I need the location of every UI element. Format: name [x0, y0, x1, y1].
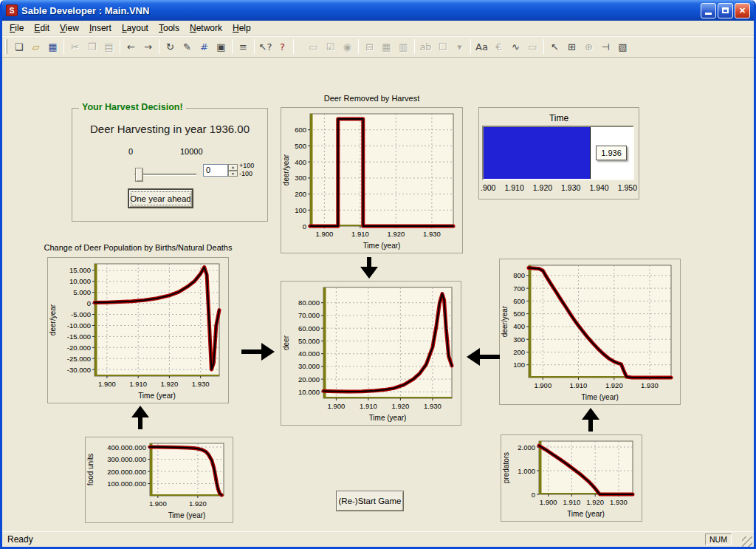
svg-text:-20.000: -20.000: [67, 344, 91, 352]
cells-control-icon: ▥: [395, 38, 412, 55]
toolbar-separator: [232, 39, 233, 54]
svg-text:1.900: 1.900: [534, 381, 551, 389]
save-icon[interactable]: ▦: [44, 38, 61, 55]
svg-text:deer/year: deer/year: [49, 304, 57, 335]
context-help-icon[interactable]: ↖?: [257, 38, 274, 55]
time-tick-label: .900: [481, 183, 495, 192]
svg-text:50.000: 50.000: [298, 337, 320, 345]
arrow-births-to-deer-icon: [241, 342, 275, 361]
menu-help[interactable]: Help: [227, 21, 256, 35]
exit-tool-icon[interactable]: ⊣: [597, 38, 614, 55]
print-icon[interactable]: ≡: [235, 38, 252, 55]
table-tool-icon[interactable]: ⊞: [563, 38, 580, 55]
chart-deer-removed-by-predation: 8007006005004003002001001.9001.9101.9201…: [499, 259, 681, 405]
toolbar-separator: [254, 39, 255, 54]
svg-text:15.000: 15.000: [69, 266, 91, 274]
svg-text:800: 800: [513, 271, 525, 279]
one-year-ahead-button[interactable]: One year ahead: [128, 188, 193, 208]
svg-text:100: 100: [513, 361, 525, 369]
toolbar-separator: [414, 39, 415, 54]
harvest-panel-title: Your Harvest Decision!: [79, 102, 186, 112]
chart-control-icon[interactable]: ∿: [507, 38, 524, 55]
time-title: Time: [479, 113, 639, 123]
maximize-button[interactable]: [718, 3, 733, 18]
svg-text:200: 200: [513, 348, 525, 356]
image-tool-icon[interactable]: ▧: [614, 38, 631, 55]
cascade-icon[interactable]: ▣: [213, 38, 230, 55]
svg-text:1.900: 1.900: [149, 499, 167, 508]
menu-file[interactable]: File: [4, 21, 29, 35]
pointer-tool-icon[interactable]: ↖: [546, 38, 563, 55]
title-bar[interactable]: S Sable Developer : Main.VNN ✕: [2, 0, 754, 21]
open-icon[interactable]: ▱: [27, 38, 44, 55]
close-button[interactable]: ✕: [735, 3, 750, 18]
spin-down-button[interactable]: ▼: [228, 171, 238, 177]
spin-up-button[interactable]: ▲: [228, 164, 238, 171]
arrow-harvest-to-deer-icon: [359, 257, 379, 279]
time-tick-label: 1.940: [589, 183, 608, 192]
button-control-icon: ▭: [305, 38, 322, 55]
restart-game-button[interactable]: (Re-)Start Game: [336, 491, 404, 511]
checkbox2-control-icon: ☐: [434, 38, 451, 55]
svg-text:1.930: 1.930: [610, 498, 628, 506]
time-gauge: 1.936: [482, 126, 634, 180]
svg-text:300: 300: [295, 174, 306, 182]
svg-text:Time (year): Time (year): [363, 242, 401, 250]
app-icon: S: [6, 4, 18, 16]
toolbar-separator: [120, 39, 120, 54]
toolbar-drag-handle[interactable]: [5, 39, 7, 54]
editbox-control-icon: ab: [417, 38, 434, 55]
arrow-predators-to-predation-icon: [580, 407, 601, 432]
svg-text:10.000: 10.000: [298, 388, 320, 396]
status-bar: Ready NUM: [2, 531, 754, 547]
resize-grip[interactable]: [742, 536, 752, 547]
menu-network[interactable]: Network: [185, 21, 227, 35]
svg-text:300: 300: [513, 335, 525, 344]
toolbar-separator: [293, 39, 294, 54]
chart-title-deer-removed: Deer Removed by Harvest: [281, 94, 463, 103]
help-icon[interactable]: ?: [274, 38, 291, 55]
harvest-slider-handle[interactable]: [135, 168, 143, 182]
time-tick-label: 1.910: [504, 183, 523, 192]
svg-text:Time (year): Time (year): [581, 393, 619, 401]
menu-insert[interactable]: Insert: [84, 21, 117, 35]
chart-title-births-deaths: Change of Deer Population by Births/Natu…: [16, 243, 260, 252]
svg-text:60.000: 60.000: [298, 324, 320, 333]
arrow-predation-to-deer-icon: [466, 347, 500, 366]
grid-icon[interactable]: #: [196, 38, 213, 55]
svg-text:1.920: 1.920: [189, 499, 207, 508]
new-icon[interactable]: ❏: [10, 38, 27, 55]
time-tick-label: 1.920: [533, 183, 552, 192]
harvest-slider[interactable]: [134, 174, 196, 176]
svg-text:300.000.000: 300.000.000: [107, 455, 146, 463]
svg-text:400.000.000: 400.000.000: [107, 443, 146, 451]
svg-text:Time (year): Time (year): [138, 392, 176, 400]
pin-icon[interactable]: ✎: [179, 38, 196, 55]
svg-text:1.920: 1.920: [586, 498, 604, 506]
toolbar-separator: [543, 39, 544, 54]
harvest-amount-input[interactable]: 0: [203, 164, 228, 177]
refresh-icon[interactable]: ↻: [162, 38, 179, 55]
svg-text:1.910: 1.910: [129, 380, 147, 388]
model-canvas: Your Harvest Decision! Deer Harvesting i…: [2, 58, 754, 531]
menu-view[interactable]: View: [55, 21, 84, 35]
menu-layout[interactable]: Layout: [117, 21, 154, 35]
menu-tools[interactable]: Tools: [154, 21, 185, 35]
forward-icon[interactable]: →: [140, 38, 157, 55]
svg-text:0: 0: [87, 299, 91, 307]
svg-text:food units: food units: [86, 454, 94, 485]
svg-text:deer/year: deer/year: [501, 305, 509, 337]
menu-edit[interactable]: Edit: [29, 21, 55, 35]
svg-text:5.000: 5.000: [73, 288, 91, 296]
svg-text:500: 500: [513, 310, 525, 318]
svg-text:2.000: 2.000: [518, 443, 535, 451]
back-icon[interactable]: ←: [123, 38, 140, 55]
table-control-icon: ▦: [378, 38, 395, 55]
num-lock-indicator: NUM: [705, 533, 732, 545]
toolbar-separator: [470, 39, 471, 54]
time-tick-label: 1.930: [561, 183, 580, 192]
font-control-icon[interactable]: Aa: [473, 38, 490, 55]
chart-births-natural-deaths: 15.00010.0005.0000-5.000-10.000-15.000-2…: [47, 257, 229, 403]
harvest-heading: Deer Harvesting in year 1936.00: [72, 123, 267, 135]
minimize-button[interactable]: [701, 3, 716, 18]
